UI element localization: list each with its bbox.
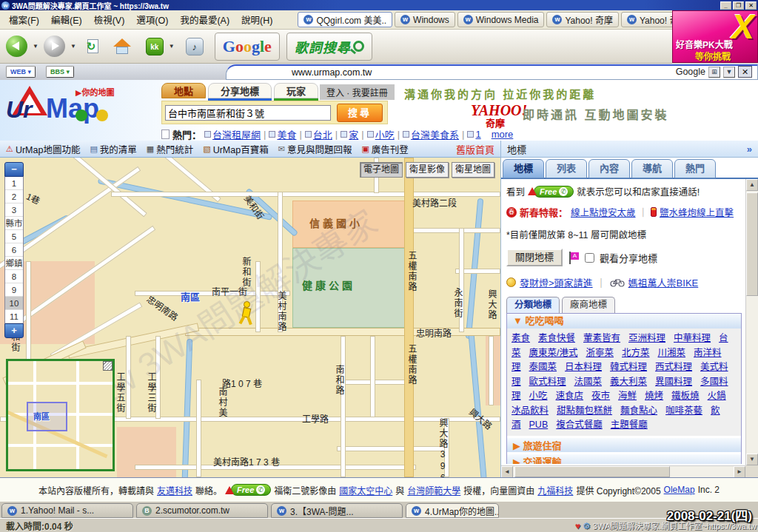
horizontal-scrollbar[interactable]: ◄ ► [501, 465, 745, 477]
food-link[interactable]: 主題餐廳 [611, 420, 648, 430]
browser-tab[interactable]: w4.UrMap你的地圖.. [406, 503, 499, 518]
forward-button[interactable] [44, 33, 65, 61]
zoom-level[interactable]: 3 [5, 203, 23, 217]
dropdown-icon[interactable]: ▼ [723, 67, 735, 78]
zoom-level[interactable]: 縣市 [5, 217, 23, 230]
zoom-level[interactable]: 5 [5, 230, 23, 243]
hot-link[interactable]: 台灣租屋網 [204, 127, 261, 141]
fortune-lantern-link[interactable]: 發財燈>頭家請進 [520, 275, 593, 289]
food-link[interactable]: 日本料理 [565, 362, 602, 372]
map-canvas[interactable]: 美村路二段 五權南路 五權南路 忠明南路 忠明南路 工學路 南和路 美村南路 美… [0, 158, 500, 477]
zoom-level[interactable]: 1 [5, 177, 23, 190]
quick-tab[interactable]: wQQgirl.com 美美.. [298, 12, 392, 27]
menu-item[interactable]: 檔案(F) [3, 11, 45, 28]
nav-item[interactable]: ✉意見與問題回報 [278, 142, 352, 156]
hot-link[interactable]: 台北 [305, 127, 332, 141]
food-link[interactable]: 燒烤 [645, 391, 663, 401]
sidebar-tab[interactable]: 導航 [631, 159, 673, 178]
sidebar-tab[interactable]: 列表 [546, 159, 587, 178]
browser-tab[interactable]: B2.scumotor.com.tw [136, 503, 268, 518]
google-search-button[interactable]: Google [215, 33, 280, 61]
urmap-tab[interactable]: 地點 [161, 83, 206, 98]
nav-item[interactable]: ▧UrMap百寶箱 [203, 142, 268, 156]
urmap-logo[interactable]: Ur Map ▶你的地圖 [4, 84, 160, 136]
close-landmark-button[interactable]: 關閉地標 [506, 249, 563, 266]
nspo-link[interactable]: 國家太空中心 [339, 484, 392, 496]
home-button[interactable] [113, 33, 132, 61]
food-link[interactable]: 北方菜 [622, 348, 650, 358]
expand-panel-icon[interactable]: » [747, 144, 752, 155]
pk-ad-banner[interactable]: X 好音樂PK大戰 等你挑戰 [672, 10, 758, 63]
close-button[interactable]: ✕ [745, 1, 757, 10]
add-page-icon[interactable]: ⊞ [708, 67, 720, 78]
category-tab[interactable]: 分類地標 [506, 297, 560, 313]
zoom-level[interactable]: 6 [5, 243, 23, 257]
food-link[interactable]: 異國料理 [655, 377, 692, 387]
scroll-right-icon[interactable]: ► [734, 466, 745, 478]
nav-item[interactable]: ▣廣告刊登 [361, 142, 408, 156]
zoom-level[interactable]: 10 [5, 297, 23, 310]
food-link[interactable]: 鐵板燒 [671, 391, 700, 401]
vertical-scroll-thumb[interactable] [746, 192, 758, 296]
zoom-level[interactable]: 8 [5, 270, 23, 283]
food-link[interactable]: 夜市 [591, 391, 610, 401]
lantern-link[interactable]: 線上點燈安太歲 [571, 205, 636, 219]
minimap-resize-icon[interactable] [103, 361, 113, 371]
vertical-scrollbar[interactable]: ▲ ▼ [745, 179, 758, 465]
lyrics-search-button[interactable]: 歌詞搜尋 [286, 33, 372, 61]
browser-tab[interactable]: w1.Yahoo! Mail - s... [1, 503, 133, 518]
food-link[interactable]: 葷素皆有 [583, 333, 620, 343]
forward-dropdown[interactable]: ▼ [69, 43, 78, 50]
scroll-up-icon[interactable]: ▲ [746, 179, 758, 191]
hot-link[interactable]: 小吃 [367, 127, 395, 141]
olemap-link[interactable]: OleMap [664, 485, 695, 495]
food-link[interactable]: 速食店 [556, 391, 584, 401]
search-input[interactable] [165, 105, 331, 121]
food-link[interactable]: 西式料理 [655, 362, 692, 372]
zoom-in-button[interactable]: + [4, 323, 24, 338]
food-link[interactable]: 歐式料理 [529, 377, 566, 387]
food-link[interactable]: 泰國菜 [529, 362, 557, 372]
scroll-down-icon[interactable]: ▼ [746, 454, 758, 465]
food-link[interactable]: 法國菜 [574, 377, 603, 387]
menu-item[interactable]: 說明(H) [235, 11, 278, 28]
share-landmark-checkbox[interactable] [585, 253, 594, 263]
view-hybrid-button[interactable]: 衛星地圖 [452, 162, 494, 178]
horizontal-scroll-thumb[interactable] [514, 466, 670, 477]
zoom-level[interactable]: 9 [5, 283, 23, 297]
urmap-tab[interactable]: 分享地標 [208, 83, 272, 98]
food-link[interactable]: 火鍋 [708, 391, 726, 401]
refresh-button[interactable]: ↻ [87, 33, 98, 61]
food-link[interactable]: 海鮮 [618, 391, 637, 401]
url-text[interactable]: www.urmap.com.tw [292, 67, 372, 78]
sidebar-tab[interactable]: 內容 [588, 159, 630, 178]
nav-item[interactable]: ▦熱門統計 [147, 142, 193, 156]
kkman-dropdown[interactable]: ▼ [167, 43, 176, 50]
view-emap-button[interactable]: 電子地圖 [360, 162, 403, 178]
quick-tab[interactable]: wWindows Media [457, 12, 545, 27]
food-link[interactable]: 小吃 [529, 391, 548, 401]
zoom-level[interactable]: 鄉鎮 [5, 257, 23, 270]
beehive-fireworks-link[interactable]: 鹽水蜂炮線上直擊 [660, 205, 734, 219]
menu-item[interactable]: 編輯(E) [45, 11, 88, 28]
food-link[interactable]: 中華料理 [674, 333, 711, 343]
yahoo-ad[interactable]: 溝通你我的方向 拉近你我的距離 YAHOO! 奇摩 即時通訊 互動地圖安裝 [400, 80, 758, 141]
ntnu-link[interactable]: 台灣師範大學 [407, 484, 460, 496]
food-link[interactable]: 韓式料理 [610, 362, 647, 372]
hot-link[interactable]: 美食 [269, 127, 296, 141]
back-dropdown[interactable]: ▼ [31, 43, 40, 50]
back-button[interactable] [6, 33, 27, 61]
overview-minimap[interactable]: 南區 [6, 359, 115, 471]
bbs-mode-button[interactable]: BBS ▾ [46, 66, 74, 78]
sidebar-tab[interactable]: 熱門 [674, 159, 716, 178]
menu-item[interactable]: 選項(O) [130, 11, 174, 28]
nav-item[interactable]: ⚠UrMap地圖功能 [6, 142, 80, 156]
section-header[interactable]: ▶ 旅遊住宿 [507, 436, 741, 452]
food-link[interactable]: 甜點麵包糕餅 [557, 405, 612, 416]
login-register-link[interactable]: 登入 · 我要註冊 [320, 84, 395, 100]
food-link[interactable]: 冰品飲料 [512, 405, 549, 416]
urmap-tab[interactable]: 玩家 [274, 83, 318, 98]
food-link[interactable]: 川湘菜 [658, 348, 686, 358]
food-link[interactable]: 咖啡茶藝 [665, 405, 702, 416]
old-home-link[interactable]: 舊版首頁 [456, 142, 494, 156]
